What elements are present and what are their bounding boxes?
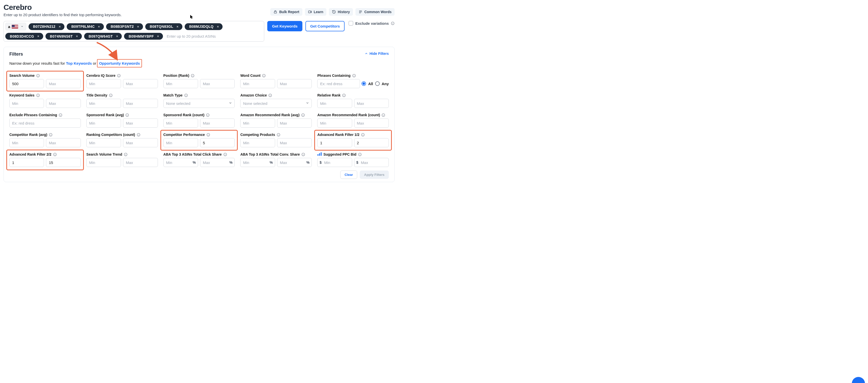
info-icon[interactable]: [125, 113, 129, 117]
info-icon[interactable]: [391, 22, 395, 25]
top-keywords-link[interactable]: Top Keywords: [66, 61, 92, 65]
exclude-phrases-input[interactable]: [9, 119, 81, 128]
info-icon[interactable]: [206, 113, 210, 117]
close-icon[interactable]: [115, 35, 119, 38]
info-icon[interactable]: [53, 153, 57, 156]
info-icon[interactable]: [268, 94, 272, 97]
ranking-competitors-max-input[interactable]: [123, 138, 158, 147]
position-max-input[interactable]: [200, 79, 235, 88]
sponsored-rank-count-min-input[interactable]: [163, 119, 198, 128]
info-icon[interactable]: [358, 153, 362, 156]
asin-pill[interactable]: B08MJ3DQLQ: [185, 23, 222, 30]
relative-rank-min-input[interactable]: [317, 99, 352, 108]
info-icon[interactable]: [277, 133, 280, 137]
info-icon[interactable]: [124, 153, 128, 156]
sv-trend-max-input[interactable]: [123, 158, 158, 167]
sponsored-rank-count-max-input[interactable]: [200, 119, 235, 128]
asin-text-input[interactable]: [165, 33, 262, 40]
sponsored-rank-avg-max-input[interactable]: [123, 119, 158, 128]
close-icon[interactable]: [136, 25, 140, 28]
competing-products-max-input[interactable]: [277, 138, 312, 147]
close-icon[interactable]: [216, 25, 219, 28]
info-icon[interactable]: [49, 133, 53, 137]
suggested-bid-max-input[interactable]: [354, 158, 389, 167]
common-words-button[interactable]: Common Words: [355, 8, 395, 15]
competitor-performance-min-input[interactable]: [163, 138, 198, 147]
bulk-report-button[interactable]: Bulk Report: [270, 8, 302, 15]
cerebro-iq-min-input[interactable]: [86, 79, 121, 88]
get-keywords-button[interactable]: Get Keywords: [267, 21, 302, 31]
amz-rec-avg-max-input[interactable]: [277, 119, 312, 128]
adv-rank-2-min-input[interactable]: [9, 158, 44, 167]
title-density-max-input[interactable]: [123, 99, 158, 108]
radio-all[interactable]: [362, 82, 366, 86]
apply-filters-button[interactable]: Apply Filters: [360, 170, 389, 179]
asin-pill[interactable]: B074N9NS6T: [45, 33, 82, 40]
exclude-variations-toggle[interactable]: Exclude variations: [349, 21, 395, 26]
info-icon[interactable]: [137, 133, 141, 137]
asin-pill[interactable]: B08TQN83GL: [145, 23, 182, 30]
title-density-min-input[interactable]: [86, 99, 121, 108]
adv-rank-1-max-input[interactable]: [354, 138, 389, 147]
asin-pill[interactable]: B097QW64GT: [84, 33, 122, 40]
info-icon[interactable]: [262, 74, 266, 77]
competing-products-min-input[interactable]: [240, 138, 275, 147]
competitor-rank-avg-min-input[interactable]: [9, 138, 44, 147]
close-icon[interactable]: [58, 25, 61, 28]
search-volume-min-input[interactable]: [9, 79, 44, 88]
radio-any-label[interactable]: Any: [382, 82, 389, 86]
relative-rank-max-input[interactable]: [354, 99, 389, 108]
competitor-rank-avg-max-input[interactable]: [46, 138, 81, 147]
marketplace-selector[interactable]: a: [5, 23, 26, 30]
clear-button[interactable]: Clear: [340, 170, 357, 179]
info-icon[interactable]: [223, 153, 227, 156]
amz-rec-avg-min-input[interactable]: [240, 119, 275, 128]
checkbox-icon[interactable]: [349, 21, 353, 26]
info-icon[interactable]: [381, 113, 385, 117]
hide-filters-button[interactable]: Hide Filters: [365, 52, 389, 56]
amazon-choice-select[interactable]: None selected: [240, 99, 312, 108]
asin-pill[interactable]: B07Z8HN212: [29, 23, 65, 30]
keyword-sales-min-input[interactable]: [9, 99, 44, 108]
asin-pill[interactable]: B09HMMYBPF: [124, 33, 163, 40]
asin-pill[interactable]: B09TP8LM4C: [67, 23, 103, 30]
close-icon[interactable]: [176, 25, 179, 28]
info-icon[interactable]: [117, 74, 121, 77]
asin-pill[interactable]: B08B3PSNT2: [106, 23, 143, 30]
close-icon[interactable]: [37, 35, 40, 38]
info-icon[interactable]: [59, 113, 62, 117]
asin-input-box[interactable]: a B07Z8HN212 B09TP8LM4C B08B3PSNT2 B08TQ…: [3, 21, 264, 42]
radio-all-label[interactable]: All: [368, 82, 373, 86]
info-icon[interactable]: [184, 94, 188, 97]
phrases-containing-input[interactable]: [317, 79, 360, 88]
close-icon[interactable]: [156, 35, 160, 38]
info-icon[interactable]: [361, 133, 365, 137]
history-button[interactable]: History: [329, 8, 353, 15]
info-icon[interactable]: [352, 74, 356, 77]
sv-trend-min-input[interactable]: [86, 158, 121, 167]
asin-pill[interactable]: B08D3D4CCG: [5, 33, 43, 40]
match-type-select[interactable]: None selected: [163, 99, 235, 108]
info-icon[interactable]: [207, 133, 210, 137]
info-icon[interactable]: [36, 94, 40, 97]
info-icon[interactable]: [36, 74, 40, 77]
close-icon[interactable]: [97, 25, 101, 28]
info-icon[interactable]: [342, 94, 346, 97]
keyword-sales-max-input[interactable]: [46, 99, 81, 108]
opportunity-keywords-link[interactable]: Opportunity Keywords: [97, 59, 142, 67]
amz-rec-count-max-input[interactable]: [354, 119, 389, 128]
ranking-competitors-min-input[interactable]: [86, 138, 121, 147]
cerebro-iq-max-input[interactable]: [123, 79, 158, 88]
get-competitors-button[interactable]: Get Competitors: [305, 21, 345, 31]
position-min-input[interactable]: [163, 79, 198, 88]
word-count-max-input[interactable]: [277, 79, 312, 88]
info-icon[interactable]: [301, 153, 305, 156]
suggested-bid-min-input[interactable]: [317, 158, 352, 167]
adv-rank-2-max-input[interactable]: [46, 158, 81, 167]
search-volume-max-input[interactable]: [46, 79, 81, 88]
info-icon[interactable]: [191, 74, 194, 77]
info-icon[interactable]: [109, 94, 113, 97]
competitor-performance-max-input[interactable]: [200, 138, 235, 147]
learn-button[interactable]: Learn: [305, 8, 327, 15]
word-count-min-input[interactable]: [240, 79, 275, 88]
